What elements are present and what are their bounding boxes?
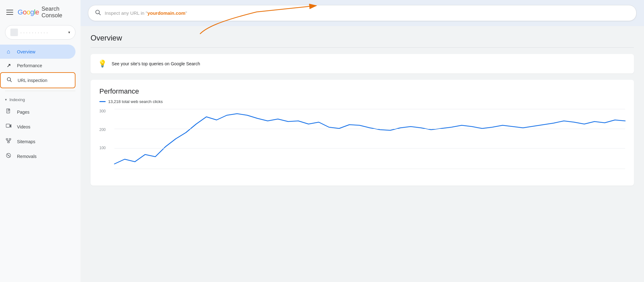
svg-rect-7 — [8, 142, 9, 143]
content-area: Overview 💡 See your site's top queries o… — [80, 26, 644, 282]
main-content: Inspect any URL in "yourdomain.com" Over… — [80, 0, 644, 282]
sitemaps-icon — [5, 138, 12, 145]
url-inspection-search-bar[interactable]: Inspect any URL in "yourdomain.com" — [88, 5, 636, 21]
grid-line-200 — [114, 129, 625, 129]
videos-icon — [5, 123, 12, 130]
sidebar-item-pages[interactable]: Pages — [0, 105, 75, 119]
indexing-section-toggle[interactable]: ▾ Indexing — [0, 94, 80, 105]
sidebar-item-label: Sitemaps — [17, 139, 35, 144]
app-logo: Google Search Console — [18, 6, 75, 19]
content-divider — [91, 47, 634, 48]
svg-rect-3 — [6, 124, 10, 127]
performance-legend: 13,218 total web search clicks — [99, 99, 625, 104]
home-icon: ⌂ — [5, 48, 12, 55]
indexing-section-label: Indexing — [9, 97, 25, 102]
tip-card[interactable]: 💡 See your site's top queries on Google … — [91, 54, 634, 73]
chevron-down-icon: ▾ — [68, 30, 70, 35]
sidebar-header: Google Search Console — [0, 0, 80, 23]
svg-rect-6 — [9, 138, 11, 140]
sidebar-item-label: URL inspection — [18, 78, 47, 83]
trending-up-icon: ↗ — [5, 62, 12, 68]
y-label-100: 100 — [99, 146, 112, 150]
grid-line-100 — [114, 148, 625, 149]
search-icon — [95, 9, 101, 17]
sidebar-item-overview[interactable]: ⌂ Overview — [0, 45, 75, 59]
search-domain-text: yourdomain.com — [147, 10, 186, 16]
performance-chart-container: 300 200 100 0 — [99, 109, 625, 178]
top-section: Inspect any URL in "yourdomain.com" — [80, 0, 644, 26]
svg-rect-5 — [6, 138, 8, 140]
sidebar-item-label: Performance — [17, 63, 42, 68]
sidebar-item-sitemaps[interactable]: Sitemaps — [0, 134, 75, 149]
property-selector[interactable]: · · · · · · · · · · ▾ — [5, 25, 75, 40]
hamburger-menu-button[interactable] — [5, 8, 14, 16]
removals-icon — [5, 153, 12, 160]
property-icon — [10, 29, 18, 36]
chart-grid-lines — [114, 109, 625, 169]
sidebar-item-label: Removals — [17, 154, 36, 159]
sidebar-item-removals[interactable]: Removals — [0, 149, 75, 164]
sidebar-item-videos[interactable]: Videos — [0, 119, 75, 134]
svg-marker-4 — [10, 125, 11, 127]
legend-line-indicator — [99, 101, 106, 102]
nav-divider — [5, 91, 75, 91]
collapse-icon: ▾ — [5, 98, 7, 102]
y-label-200: 200 — [99, 127, 112, 132]
google-wordmark: Google — [18, 8, 39, 16]
sidebar-item-label: Pages — [17, 110, 30, 115]
legend-label: 13,218 total web search clicks — [108, 99, 163, 104]
chart-area — [114, 109, 625, 178]
sidebar: Google Search Console · · · · · · · · · … — [0, 0, 80, 282]
pages-icon — [5, 108, 12, 116]
svg-line-1 — [10, 80, 11, 82]
svg-rect-2 — [7, 109, 10, 113]
sidebar-item-url-inspection[interactable]: URL inspection — [0, 72, 75, 88]
top-bar: Inspect any URL in "yourdomain.com" — [80, 0, 644, 26]
sidebar-item-label: Overview — [17, 49, 35, 54]
svg-line-11 — [99, 14, 101, 15]
search-placeholder-text: Inspect any URL in "yourdomain.com" — [105, 10, 187, 16]
chart-y-axis: 300 200 100 0 — [99, 109, 112, 169]
page-title: Overview — [91, 34, 634, 42]
property-name: · · · · · · · · · · — [20, 30, 66, 35]
performance-title: Performance — [99, 87, 625, 95]
sidebar-item-label: Videos — [17, 124, 31, 129]
lightbulb-icon: 💡 — [98, 60, 107, 68]
grid-line-300 — [114, 109, 625, 109]
y-label-300: 300 — [99, 109, 112, 113]
sidebar-item-performance[interactable]: ↗ Performance — [0, 59, 75, 72]
search-icon — [6, 77, 13, 84]
performance-card: Performance 13,218 total web search clic… — [91, 80, 634, 186]
tip-text: See your site's top queries on Google Se… — [112, 61, 200, 66]
grid-line-0 — [114, 169, 625, 169]
search-console-wordmark: Search Console — [42, 6, 75, 19]
